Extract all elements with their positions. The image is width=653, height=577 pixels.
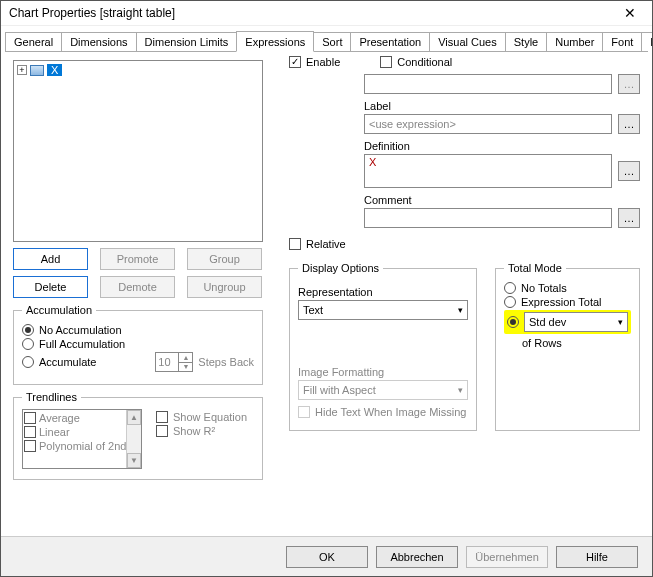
definition-input[interactable] bbox=[364, 154, 612, 188]
conditional-checkbox[interactable]: Conditional bbox=[380, 56, 452, 68]
promote-button[interactable]: Promote bbox=[100, 248, 175, 270]
spin-up-icon[interactable]: ▲ bbox=[178, 353, 192, 363]
tab-number[interactable]: Number bbox=[546, 32, 603, 51]
radio-full-accumulation[interactable]: Full Accumulation bbox=[22, 338, 254, 350]
window-title: Chart Properties [straight table] bbox=[9, 6, 610, 20]
radio-label: Expression Total bbox=[521, 296, 602, 308]
combo-value: Text bbox=[303, 304, 323, 316]
definition-ellipsis-button[interactable]: … bbox=[618, 161, 640, 181]
scroll-up-icon[interactable]: ▲ bbox=[127, 410, 141, 425]
scrollbar[interactable]: ▲ ▼ bbox=[126, 410, 141, 468]
help-button[interactable]: Hilfe bbox=[556, 546, 638, 568]
checkbox-label: Enable bbox=[306, 56, 340, 68]
tab-general[interactable]: General bbox=[5, 32, 62, 51]
checkbox-icon bbox=[298, 406, 310, 418]
expression-tree[interactable]: + X bbox=[13, 60, 263, 242]
ok-button[interactable]: OK bbox=[286, 546, 368, 568]
relative-checkbox[interactable]: Relative bbox=[289, 238, 640, 250]
checkbox-label: Relative bbox=[306, 238, 346, 250]
combo-value: Fill with Aspect bbox=[303, 384, 376, 396]
show-equation-checkbox[interactable]: Show Equation bbox=[156, 411, 247, 423]
tree-node-label: X bbox=[47, 64, 62, 76]
radio-icon bbox=[504, 282, 516, 294]
trendlines-group: Trendlines Average Linear Polynomial of … bbox=[13, 391, 263, 480]
accumulation-group: Accumulation No Accumulation Full Accumu… bbox=[13, 304, 263, 385]
comment-input[interactable] bbox=[364, 208, 612, 228]
checkbox-icon[interactable] bbox=[24, 440, 36, 452]
radio-accumulate[interactable]: Accumulate 10 ▲▼ Steps Back bbox=[22, 352, 254, 372]
checkbox-icon bbox=[156, 411, 168, 423]
radio-icon bbox=[22, 356, 34, 368]
checkbox-icon[interactable] bbox=[24, 412, 36, 424]
chevron-down-icon: ▾ bbox=[618, 317, 623, 327]
scroll-down-icon[interactable]: ▼ bbox=[127, 453, 141, 468]
total-mode-legend: Total Mode bbox=[504, 262, 566, 274]
tab-dimension-limits[interactable]: Dimension Limits bbox=[136, 32, 238, 51]
tab-presentation[interactable]: Presentation bbox=[350, 32, 430, 51]
delete-button[interactable]: Delete bbox=[13, 276, 88, 298]
radio-no-totals[interactable]: No Totals bbox=[504, 282, 631, 294]
tabstrip: General Dimensions Dimension Limits Expr… bbox=[5, 30, 648, 52]
label-ellipsis-button[interactable]: … bbox=[618, 114, 640, 134]
of-rows-label: of Rows bbox=[504, 337, 631, 349]
steps-spinner[interactable]: 10 ▲▼ bbox=[155, 352, 193, 372]
tab-visual-cues[interactable]: Visual Cues bbox=[429, 32, 506, 51]
close-icon[interactable]: ✕ bbox=[610, 2, 650, 24]
chevron-down-icon: ▾ bbox=[458, 305, 463, 315]
display-options-group: Display Options Representation Text ▾ Im… bbox=[289, 262, 477, 431]
display-options-legend: Display Options bbox=[298, 262, 383, 274]
list-item-label: Linear bbox=[39, 426, 70, 438]
representation-combo[interactable]: Text ▾ bbox=[298, 300, 468, 320]
apply-button[interactable]: Übernehmen bbox=[466, 546, 548, 568]
add-button[interactable]: Add bbox=[13, 248, 88, 270]
conditional-input bbox=[364, 74, 612, 94]
list-item-label: Average bbox=[39, 412, 80, 424]
radio-label: Full Accumulation bbox=[39, 338, 125, 350]
radio-aggregate-total[interactable]: Std dev ▾ bbox=[504, 310, 631, 334]
tab-font[interactable]: Font bbox=[602, 32, 642, 51]
checkbox-icon[interactable] bbox=[24, 426, 36, 438]
checkbox-label: Hide Text When Image Missing bbox=[315, 406, 466, 418]
definition-lbl: Definition bbox=[364, 140, 640, 152]
comment-ellipsis-button[interactable]: … bbox=[618, 208, 640, 228]
tab-overflow[interactable]: La bbox=[641, 32, 653, 51]
group-button[interactable]: Group bbox=[187, 248, 262, 270]
representation-lbl: Representation bbox=[298, 286, 468, 298]
show-r2-checkbox[interactable]: Show R² bbox=[156, 425, 247, 437]
ungroup-button[interactable]: Ungroup bbox=[187, 276, 262, 298]
tree-node[interactable]: + X bbox=[17, 64, 259, 76]
spin-down-icon[interactable]: ▼ bbox=[178, 363, 192, 372]
accumulation-legend: Accumulation bbox=[22, 304, 96, 316]
expand-icon[interactable]: + bbox=[17, 65, 27, 75]
label-input[interactable] bbox=[364, 114, 612, 134]
checkbox-icon bbox=[289, 238, 301, 250]
tab-sort[interactable]: Sort bbox=[313, 32, 351, 51]
total-mode-combo[interactable]: Std dev ▾ bbox=[524, 312, 628, 332]
tab-style[interactable]: Style bbox=[505, 32, 547, 51]
checkbox-icon bbox=[289, 56, 301, 68]
checkbox-label: Show Equation bbox=[173, 411, 247, 423]
demote-button[interactable]: Demote bbox=[100, 276, 175, 298]
steps-back-label: Steps Back bbox=[198, 356, 254, 368]
checkbox-label: Show R² bbox=[173, 425, 215, 437]
image-formatting-combo[interactable]: Fill with Aspect ▾ bbox=[298, 380, 468, 400]
trendlines-list[interactable]: Average Linear Polynomial of 2nd d ▲ ▼ bbox=[22, 409, 142, 469]
tab-dimensions[interactable]: Dimensions bbox=[61, 32, 136, 51]
hide-text-checkbox[interactable]: Hide Text When Image Missing bbox=[298, 406, 468, 418]
radio-icon bbox=[504, 296, 516, 308]
radio-label: No Accumulation bbox=[39, 324, 122, 336]
cancel-button[interactable]: Abbrechen bbox=[376, 546, 458, 568]
radio-icon bbox=[22, 338, 34, 350]
table-icon bbox=[30, 65, 44, 76]
steps-value: 10 bbox=[156, 353, 178, 371]
checkbox-icon bbox=[380, 56, 392, 68]
conditional-ellipsis-button[interactable]: … bbox=[618, 74, 640, 94]
dialog-button-bar: OK Abbrechen Übernehmen Hilfe bbox=[1, 536, 652, 576]
image-formatting-lbl: Image Formatting bbox=[298, 366, 468, 378]
tab-expressions[interactable]: Expressions bbox=[236, 31, 314, 52]
radio-no-accumulation[interactable]: No Accumulation bbox=[22, 324, 254, 336]
enable-checkbox[interactable]: Enable bbox=[289, 56, 340, 68]
radio-expression-total[interactable]: Expression Total bbox=[504, 296, 631, 308]
checkbox-label: Conditional bbox=[397, 56, 452, 68]
chevron-down-icon: ▾ bbox=[458, 385, 463, 395]
